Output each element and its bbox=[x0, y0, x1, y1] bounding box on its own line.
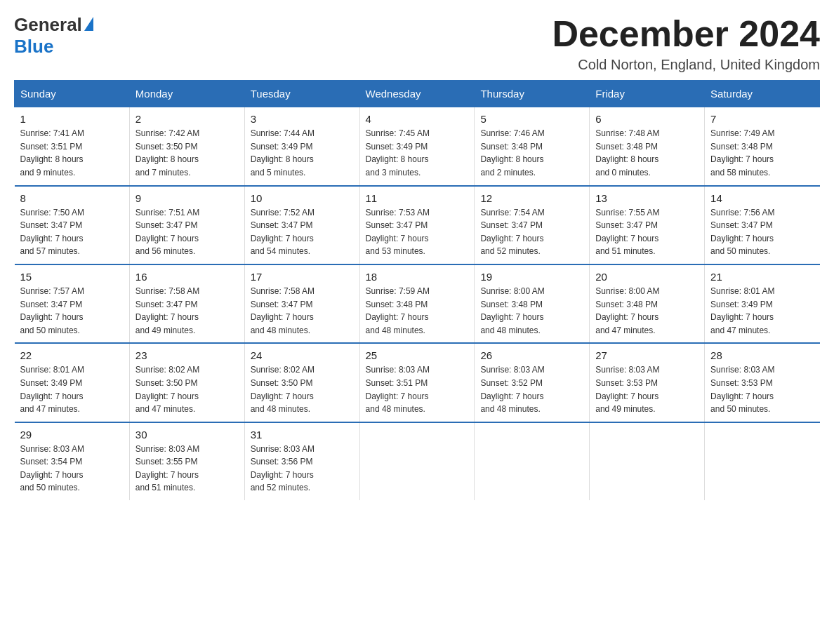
calendar-cell: 5Sunrise: 7:46 AM Sunset: 3:48 PM Daylig… bbox=[475, 107, 590, 186]
logo: General Blue bbox=[14, 14, 93, 58]
day-of-week-header: Wednesday bbox=[359, 81, 475, 107]
calendar-cell: 14Sunrise: 7:56 AM Sunset: 3:47 PM Dayli… bbox=[705, 186, 820, 264]
month-title: December 2024 bbox=[552, 14, 820, 54]
day-info: Sunrise: 7:49 AM Sunset: 3:48 PM Dayligh… bbox=[710, 127, 814, 179]
logo-triangle-icon bbox=[84, 17, 93, 31]
day-of-week-header: Tuesday bbox=[244, 81, 359, 107]
day-info: Sunrise: 8:00 AM Sunset: 3:48 PM Dayligh… bbox=[595, 285, 699, 337]
calendar-week-row: 22Sunrise: 8:01 AM Sunset: 3:49 PM Dayli… bbox=[15, 343, 820, 422]
logo-blue: Blue bbox=[14, 36, 53, 57]
day-info: Sunrise: 7:55 AM Sunset: 3:47 PM Dayligh… bbox=[595, 206, 699, 258]
day-info: Sunrise: 7:56 AM Sunset: 3:47 PM Dayligh… bbox=[710, 206, 814, 258]
day-info: Sunrise: 7:41 AM Sunset: 3:51 PM Dayligh… bbox=[20, 127, 124, 179]
day-info: Sunrise: 8:02 AM Sunset: 3:50 PM Dayligh… bbox=[251, 363, 354, 415]
day-number: 19 bbox=[480, 271, 583, 283]
day-number: 11 bbox=[366, 192, 469, 204]
day-number: 22 bbox=[20, 349, 124, 361]
day-number: 28 bbox=[710, 349, 814, 361]
calendar-cell: 20Sunrise: 8:00 AM Sunset: 3:48 PM Dayli… bbox=[590, 264, 705, 343]
day-info: Sunrise: 8:03 AM Sunset: 3:55 PM Dayligh… bbox=[135, 443, 239, 495]
calendar-cell: 15Sunrise: 7:57 AM Sunset: 3:47 PM Dayli… bbox=[15, 264, 130, 343]
calendar-cell: 17Sunrise: 7:58 AM Sunset: 3:47 PM Dayli… bbox=[244, 264, 359, 343]
calendar-header-row: SundayMondayTuesdayWednesdayThursdayFrid… bbox=[15, 81, 820, 107]
day-number: 25 bbox=[366, 349, 469, 361]
calendar-cell bbox=[359, 422, 475, 500]
day-info: Sunrise: 7:48 AM Sunset: 3:48 PM Dayligh… bbox=[595, 127, 699, 179]
day-number: 24 bbox=[251, 349, 354, 361]
calendar-cell: 16Sunrise: 7:58 AM Sunset: 3:47 PM Dayli… bbox=[129, 264, 244, 343]
day-number: 9 bbox=[135, 192, 239, 204]
day-info: Sunrise: 7:46 AM Sunset: 3:48 PM Dayligh… bbox=[480, 127, 583, 179]
day-number: 29 bbox=[20, 429, 124, 441]
calendar-cell: 24Sunrise: 8:02 AM Sunset: 3:50 PM Dayli… bbox=[244, 343, 359, 422]
page-header: General Blue December 2024 Cold Norton, … bbox=[14, 14, 820, 73]
calendar-cell: 28Sunrise: 8:03 AM Sunset: 3:53 PM Dayli… bbox=[705, 343, 820, 422]
title-block: December 2024 Cold Norton, England, Unit… bbox=[552, 14, 820, 73]
day-number: 12 bbox=[480, 192, 583, 204]
calendar-cell: 1Sunrise: 7:41 AM Sunset: 3:51 PM Daylig… bbox=[15, 107, 130, 186]
day-number: 10 bbox=[251, 192, 354, 204]
day-number: 15 bbox=[20, 271, 124, 283]
day-info: Sunrise: 8:03 AM Sunset: 3:54 PM Dayligh… bbox=[20, 443, 124, 495]
day-number: 4 bbox=[366, 113, 469, 125]
day-number: 27 bbox=[595, 349, 699, 361]
calendar-cell: 8Sunrise: 7:50 AM Sunset: 3:47 PM Daylig… bbox=[15, 186, 130, 264]
day-info: Sunrise: 7:58 AM Sunset: 3:47 PM Dayligh… bbox=[251, 285, 354, 337]
calendar-cell bbox=[590, 422, 705, 500]
day-number: 16 bbox=[135, 271, 239, 283]
logo-general: General bbox=[14, 14, 82, 36]
day-number: 23 bbox=[135, 349, 239, 361]
day-info: Sunrise: 7:51 AM Sunset: 3:47 PM Dayligh… bbox=[135, 206, 239, 258]
calendar-table: SundayMondayTuesdayWednesdayThursdayFrid… bbox=[14, 80, 820, 500]
calendar-cell: 4Sunrise: 7:45 AM Sunset: 3:49 PM Daylig… bbox=[359, 107, 475, 186]
calendar-cell: 12Sunrise: 7:54 AM Sunset: 3:47 PM Dayli… bbox=[475, 186, 590, 264]
day-info: Sunrise: 8:03 AM Sunset: 3:53 PM Dayligh… bbox=[710, 363, 814, 415]
day-number: 20 bbox=[595, 271, 699, 283]
calendar-cell bbox=[705, 422, 820, 500]
calendar-cell bbox=[475, 422, 590, 500]
day-info: Sunrise: 7:54 AM Sunset: 3:47 PM Dayligh… bbox=[480, 206, 583, 258]
day-number: 30 bbox=[135, 429, 239, 441]
day-number: 3 bbox=[251, 113, 354, 125]
calendar-cell: 13Sunrise: 7:55 AM Sunset: 3:47 PM Dayli… bbox=[590, 186, 705, 264]
day-info: Sunrise: 8:03 AM Sunset: 3:52 PM Dayligh… bbox=[480, 363, 583, 415]
calendar-body: 1Sunrise: 7:41 AM Sunset: 3:51 PM Daylig… bbox=[15, 107, 820, 500]
day-info: Sunrise: 8:01 AM Sunset: 3:49 PM Dayligh… bbox=[710, 285, 814, 337]
calendar-cell: 19Sunrise: 8:00 AM Sunset: 3:48 PM Dayli… bbox=[475, 264, 590, 343]
day-info: Sunrise: 7:57 AM Sunset: 3:47 PM Dayligh… bbox=[20, 285, 124, 337]
day-info: Sunrise: 8:03 AM Sunset: 3:51 PM Dayligh… bbox=[366, 363, 469, 415]
day-of-week-header: Thursday bbox=[475, 81, 590, 107]
day-info: Sunrise: 7:52 AM Sunset: 3:47 PM Dayligh… bbox=[251, 206, 354, 258]
day-info: Sunrise: 7:44 AM Sunset: 3:49 PM Dayligh… bbox=[251, 127, 354, 179]
calendar-cell: 21Sunrise: 8:01 AM Sunset: 3:49 PM Dayli… bbox=[705, 264, 820, 343]
calendar-cell: 29Sunrise: 8:03 AM Sunset: 3:54 PM Dayli… bbox=[15, 422, 130, 500]
calendar-cell: 31Sunrise: 8:03 AM Sunset: 3:56 PM Dayli… bbox=[244, 422, 359, 500]
calendar-week-row: 29Sunrise: 8:03 AM Sunset: 3:54 PM Dayli… bbox=[15, 422, 820, 500]
calendar-cell: 6Sunrise: 7:48 AM Sunset: 3:48 PM Daylig… bbox=[590, 107, 705, 186]
calendar-cell: 3Sunrise: 7:44 AM Sunset: 3:49 PM Daylig… bbox=[244, 107, 359, 186]
day-info: Sunrise: 8:03 AM Sunset: 3:56 PM Dayligh… bbox=[251, 443, 354, 495]
day-number: 8 bbox=[20, 192, 124, 204]
day-of-week-header: Monday bbox=[129, 81, 244, 107]
calendar-cell: 27Sunrise: 8:03 AM Sunset: 3:53 PM Dayli… bbox=[590, 343, 705, 422]
day-number: 26 bbox=[480, 349, 583, 361]
day-info: Sunrise: 8:01 AM Sunset: 3:49 PM Dayligh… bbox=[20, 363, 124, 415]
calendar-cell: 23Sunrise: 8:02 AM Sunset: 3:50 PM Dayli… bbox=[129, 343, 244, 422]
day-info: Sunrise: 7:53 AM Sunset: 3:47 PM Dayligh… bbox=[366, 206, 469, 258]
calendar-cell: 11Sunrise: 7:53 AM Sunset: 3:47 PM Dayli… bbox=[359, 186, 475, 264]
day-number: 18 bbox=[366, 271, 469, 283]
day-of-week-header: Sunday bbox=[15, 81, 130, 107]
day-number: 6 bbox=[595, 113, 699, 125]
day-info: Sunrise: 8:00 AM Sunset: 3:48 PM Dayligh… bbox=[480, 285, 583, 337]
calendar-cell: 25Sunrise: 8:03 AM Sunset: 3:51 PM Dayli… bbox=[359, 343, 475, 422]
day-number: 1 bbox=[20, 113, 124, 125]
calendar-cell: 18Sunrise: 7:59 AM Sunset: 3:48 PM Dayli… bbox=[359, 264, 475, 343]
day-number: 7 bbox=[710, 113, 814, 125]
calendar-week-row: 15Sunrise: 7:57 AM Sunset: 3:47 PM Dayli… bbox=[15, 264, 820, 343]
calendar-cell: 9Sunrise: 7:51 AM Sunset: 3:47 PM Daylig… bbox=[129, 186, 244, 264]
day-of-week-header: Saturday bbox=[705, 81, 820, 107]
calendar-cell: 2Sunrise: 7:42 AM Sunset: 3:50 PM Daylig… bbox=[129, 107, 244, 186]
calendar-cell: 26Sunrise: 8:03 AM Sunset: 3:52 PM Dayli… bbox=[475, 343, 590, 422]
day-info: Sunrise: 7:50 AM Sunset: 3:47 PM Dayligh… bbox=[20, 206, 124, 258]
calendar-cell: 22Sunrise: 8:01 AM Sunset: 3:49 PM Dayli… bbox=[15, 343, 130, 422]
